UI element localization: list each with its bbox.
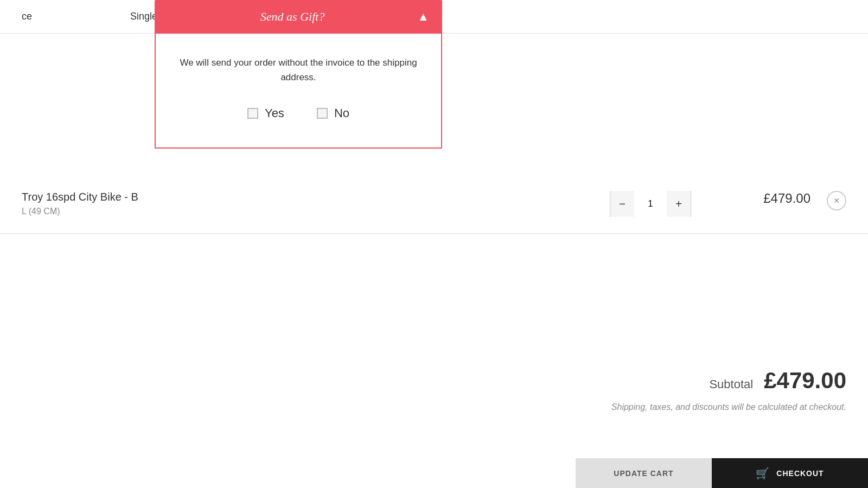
gift-popup-message: We will send your order without the invo… bbox=[172, 55, 425, 85]
gift-popup-title: Send as Gift? bbox=[168, 10, 417, 24]
product-name: Troy 16spd City Bike - B bbox=[22, 191, 347, 203]
shipping-note: Shipping, taxes, and discounts will be c… bbox=[611, 402, 846, 412]
gift-no-option[interactable]: No bbox=[317, 106, 349, 120]
gift-popup-body: We will send your order without the invo… bbox=[155, 34, 442, 149]
gift-yes-label: Yes bbox=[265, 106, 284, 120]
gift-yes-checkbox[interactable] bbox=[247, 108, 258, 119]
quantity-decrease-button[interactable]: − bbox=[610, 191, 634, 217]
gift-no-checkbox[interactable] bbox=[317, 108, 328, 119]
product-price: £479.00 bbox=[735, 191, 810, 206]
checkout-cart-icon: 🛒 bbox=[756, 467, 770, 480]
col-insurance: ce bbox=[22, 11, 130, 22]
subtotal-label: Subtotal bbox=[709, 377, 753, 391]
cart-product-row: Troy 16spd City Bike - B L (49 CM) − + £… bbox=[0, 175, 868, 234]
checkout-label: CHECKOUT bbox=[776, 469, 824, 478]
gift-no-label: No bbox=[334, 106, 349, 120]
gift-popup: Send as Gift? ▲ We will send your order … bbox=[155, 0, 442, 149]
gift-popup-arrow-icon: ▲ bbox=[417, 10, 429, 24]
subtotal-value: £479.00 bbox=[764, 368, 846, 394]
cart-summary: Subtotal £479.00 Shipping, taxes, and di… bbox=[611, 368, 846, 412]
product-info: Troy 16spd City Bike - B L (49 CM) bbox=[22, 191, 347, 216]
remove-item-button[interactable]: × bbox=[827, 191, 846, 210]
product-variant: L (49 CM) bbox=[22, 207, 347, 216]
update-cart-button[interactable]: UPDATE CART bbox=[576, 458, 712, 488]
quantity-input[interactable] bbox=[634, 191, 667, 217]
quantity-increase-button[interactable]: + bbox=[667, 191, 691, 217]
cart-actions: UPDATE CART 🛒 CHECKOUT bbox=[576, 458, 868, 488]
checkout-button[interactable]: 🛒 CHECKOUT bbox=[712, 458, 868, 488]
gift-yes-option[interactable]: Yes bbox=[247, 106, 284, 120]
quantity-control: − + bbox=[610, 191, 691, 217]
gift-options: Yes No bbox=[172, 106, 425, 120]
gift-popup-header: Send as Gift? ▲ bbox=[155, 0, 442, 34]
subtotal-row: Subtotal £479.00 bbox=[611, 368, 846, 394]
cart-page: ce Single Speed Bi g Send as Gift? ▲ We … bbox=[0, 0, 868, 488]
remove-icon: × bbox=[834, 195, 840, 207]
